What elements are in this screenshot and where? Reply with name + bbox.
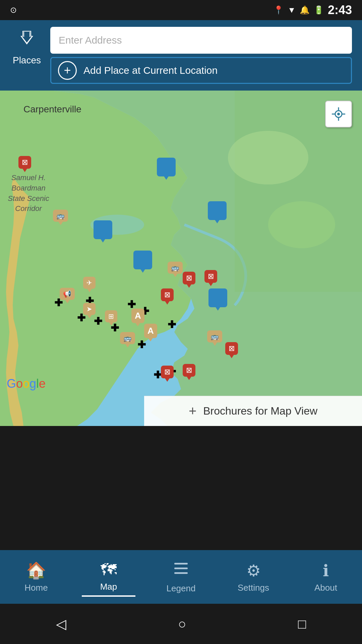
map-container[interactable]: Carpenterville Samuel H.BoardmanState Sc… xyxy=(0,91,362,426)
map-marker-tan-bus-3[interactable]: 🚌 xyxy=(120,332,135,344)
map-marker-airplane[interactable]: ✈ xyxy=(83,277,96,289)
add-place-button[interactable]: + Add Place at Current Location xyxy=(50,57,352,84)
svg-point-6 xyxy=(337,113,340,115)
map-marker-blue-4[interactable] xyxy=(133,251,152,269)
map-marker-red-7[interactable]: ⊠ xyxy=(183,364,195,377)
add-place-icon: + xyxy=(58,61,77,80)
back-button[interactable]: ◁ xyxy=(46,613,76,635)
recent-button[interactable]: □ xyxy=(288,613,316,635)
address-search-input[interactable] xyxy=(50,27,352,54)
svg-rect-12 xyxy=(174,568,188,569)
map-marker-nav[interactable]: ➤ xyxy=(83,303,96,315)
map-marker-red-2[interactable]: ⊠ xyxy=(183,272,195,284)
add-place-label: Add Place at Current Location xyxy=(83,65,218,76)
places-icon xyxy=(17,29,37,52)
nav-item-map[interactable]: 🗺 Map xyxy=(82,557,135,597)
svg-rect-11 xyxy=(174,563,188,565)
map-icon: 🗺 xyxy=(101,560,117,579)
nav-item-home[interactable]: 🏠 Home xyxy=(9,558,63,596)
nav-item-legend[interactable]: Legend xyxy=(154,557,208,597)
notification-icon: 🔔 xyxy=(300,5,310,15)
battery-icon: 🔋 xyxy=(314,5,324,15)
map-marker-tan-bus-2[interactable]: 🚌 xyxy=(168,262,183,274)
carpenterville-label: Carpenterville xyxy=(23,104,81,115)
map-marker-blue-5[interactable] xyxy=(208,288,227,307)
map-marker-cross-6[interactable]: ✚ xyxy=(94,315,102,327)
svg-point-3 xyxy=(228,131,308,184)
brochures-bar[interactable]: + Brochures for Map View xyxy=(144,396,362,426)
map-marker-red-1[interactable]: ⊠ xyxy=(18,156,31,169)
map-marker-cross-1[interactable]: ✚ xyxy=(54,297,63,309)
map-marker-tan-bus-1[interactable]: 🚌 xyxy=(53,210,68,222)
about-icon: ℹ xyxy=(323,561,329,580)
map-marker-cross-10[interactable]: ✚ xyxy=(137,339,146,351)
header: Places + Add Place at Current Location xyxy=(0,20,362,91)
places-label: Places xyxy=(13,55,41,66)
map-marker-red-5[interactable]: ⊠ xyxy=(225,342,238,355)
map-marker-blue-2[interactable] xyxy=(208,201,227,220)
nav-item-settings[interactable]: ⚙ Settings xyxy=(227,558,280,596)
my-location-button[interactable] xyxy=(325,101,352,127)
location-icon: 📍 xyxy=(274,5,284,15)
map-marker-red-6[interactable]: ⊠ xyxy=(161,366,174,378)
places-button[interactable]: Places xyxy=(10,27,44,66)
legend-icon xyxy=(173,560,189,581)
brochures-plus-icon: + xyxy=(189,404,196,419)
svg-point-4 xyxy=(268,201,335,248)
map-marker-blue-1[interactable] xyxy=(157,158,176,176)
wifi-icon: ▼ xyxy=(288,5,296,15)
home-system-button[interactable]: ○ xyxy=(168,613,196,635)
map-marker-cross-8[interactable]: ✚ xyxy=(168,319,176,330)
map-marker-a-2[interactable]: A xyxy=(144,324,157,338)
map-marker-grid[interactable]: ⊞ xyxy=(105,310,117,322)
system-nav-bar: ◁ ○ □ xyxy=(0,604,362,644)
brochures-label: Brochures for Map View xyxy=(203,405,317,417)
signal-icon: ⊙ xyxy=(10,5,17,15)
map-marker-blue-3[interactable] xyxy=(94,220,112,239)
status-time: 2:43 xyxy=(328,3,352,17)
map-marker-tan-bus-4[interactable]: 🚌 xyxy=(207,330,222,342)
header-inputs: + Add Place at Current Location xyxy=(50,27,352,84)
svg-rect-13 xyxy=(174,572,188,574)
nav-item-about[interactable]: ℹ About xyxy=(299,558,353,596)
google-logo: Google xyxy=(7,377,46,391)
settings-icon: ⚙ xyxy=(246,561,261,580)
scenic-corridor-label: Samuel H.BoardmanState ScenicCorridor xyxy=(5,173,52,214)
status-bar: ⊙ 📍 ▼ 🔔 🔋 2:43 xyxy=(0,0,362,20)
map-marker-red-4[interactable]: ⊠ xyxy=(161,288,174,301)
map-marker-red-3[interactable]: ⊠ xyxy=(204,270,217,283)
map-marker-a-1[interactable]: A xyxy=(131,309,144,323)
home-icon: 🏠 xyxy=(26,561,46,580)
bottom-nav: 🏠 Home 🗺 Map Legend ⚙ Settings ℹ About xyxy=(0,550,362,604)
